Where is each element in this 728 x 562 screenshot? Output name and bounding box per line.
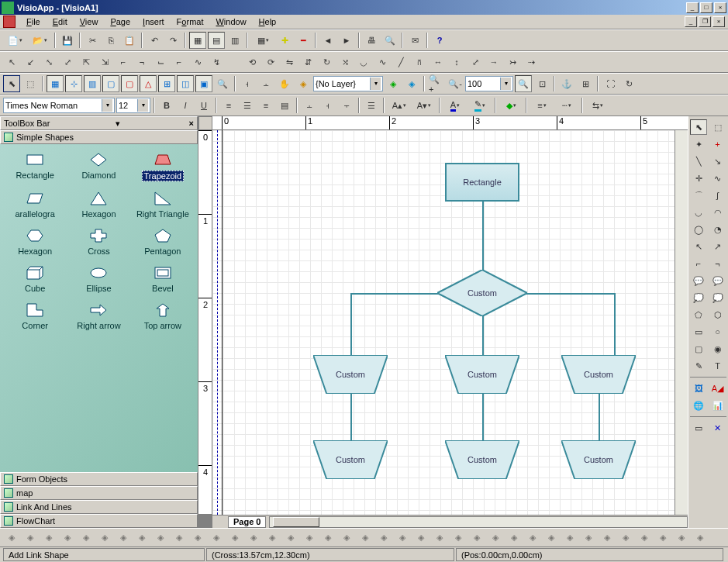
bottom-tool-12[interactable]: ◈ bbox=[226, 529, 243, 546]
category-map[interactable]: map bbox=[0, 486, 198, 500]
transform-button[interactable]: ⤭ bbox=[336, 53, 354, 71]
refresh-button[interactable]: ↻ bbox=[620, 75, 637, 92]
arc-button[interactable]: ◡ bbox=[355, 53, 372, 71]
menu-format[interactable]: Format bbox=[171, 16, 210, 28]
layer-combo[interactable]: ▾ bbox=[313, 76, 383, 91]
bottom-tool-36[interactable]: ◈ bbox=[673, 529, 690, 546]
bottom-tool-6[interactable]: ◈ bbox=[115, 529, 132, 546]
bottom-tool-9[interactable]: ◈ bbox=[171, 529, 188, 546]
bottom-tool-28[interactable]: ◈ bbox=[524, 529, 541, 546]
category-link-and-lines[interactable]: Link And Lines bbox=[0, 500, 198, 514]
link-tool-6[interactable]: ⇲ bbox=[96, 53, 113, 71]
bottom-tool-13[interactable]: ◈ bbox=[245, 529, 262, 546]
callout2-tool-icon[interactable]: 💬 bbox=[709, 273, 726, 288]
bottom-tool-23[interactable]: ◈ bbox=[431, 529, 448, 546]
polygon-tool-icon[interactable]: ⬠ bbox=[690, 307, 707, 322]
bottom-tool-32[interactable]: ◈ bbox=[599, 529, 616, 546]
delete-icon[interactable]: ✕ bbox=[709, 420, 726, 436]
remove-shape-button[interactable]: ━ bbox=[295, 32, 312, 49]
textblock-tool-icon[interactable]: A◢ bbox=[709, 381, 726, 396]
cut-button[interactable]: ✂ bbox=[84, 32, 101, 49]
bullets-button[interactable]: ☰ bbox=[363, 97, 380, 114]
fill-color-button[interactable]: ◆▾ bbox=[499, 97, 523, 114]
rotate-free-button[interactable]: ↻ bbox=[318, 53, 335, 71]
panel3-button[interactable]: ▥ bbox=[226, 32, 243, 49]
page-tab[interactable]: Page 0 bbox=[228, 516, 266, 528]
help-button[interactable]: ? bbox=[431, 32, 448, 49]
nav-prev-button[interactable]: ◄ bbox=[319, 32, 336, 49]
font-name-combo[interactable]: ▾ bbox=[3, 98, 115, 113]
scrollbar-horizontal[interactable] bbox=[269, 516, 688, 528]
zoom-to-button[interactable]: 🔍 bbox=[214, 75, 231, 92]
canvas-node-n7[interactable]: Custom bbox=[445, 440, 519, 479]
pointer-tool-button[interactable]: ⬉ bbox=[3, 75, 20, 92]
save-button[interactable]: 💾 bbox=[59, 32, 76, 49]
flip-v-button[interactable]: ⇵ bbox=[299, 53, 316, 71]
menu-view[interactable]: View bbox=[74, 16, 105, 28]
dim-h-button[interactable]: ↔ bbox=[430, 53, 447, 71]
bottom-tool-21[interactable]: ◈ bbox=[394, 529, 411, 546]
link-tool-11[interactable]: ∿ bbox=[189, 53, 206, 71]
bottom-tool-8[interactable]: ◈ bbox=[152, 529, 169, 546]
shape-para[interactable]: arallelogra bbox=[5, 188, 65, 222]
circle-tool-icon[interactable]: ○ bbox=[709, 324, 726, 340]
dim-v-button[interactable]: ↕ bbox=[448, 53, 465, 71]
bottom-tool-30[interactable]: ◈ bbox=[561, 529, 578, 546]
copy-button[interactable]: ⎘ bbox=[102, 32, 119, 49]
callout1-tool-icon[interactable]: 💬 bbox=[690, 273, 707, 288]
bottom-tool-31[interactable]: ◈ bbox=[580, 529, 597, 546]
guides-button[interactable]: ▥ bbox=[84, 75, 101, 92]
align-left-button[interactable]: ≡ bbox=[220, 97, 237, 114]
italic-button[interactable]: I bbox=[177, 97, 194, 114]
shape-rarrow[interactable]: Right arrow bbox=[68, 299, 129, 333]
cross-tool-icon[interactable]: ✛ bbox=[690, 171, 707, 186]
snap-button[interactable]: ⊹ bbox=[65, 75, 82, 92]
shape-corner[interactable]: Corner bbox=[5, 299, 65, 333]
plus-tool-icon[interactable]: + bbox=[709, 136, 726, 152]
font-increase-button[interactable]: A▴▾ bbox=[388, 97, 411, 114]
shape-rect[interactable]: Rectangle bbox=[5, 149, 65, 184]
maximize-button[interactable]: □ bbox=[700, 2, 712, 13]
anchor-button[interactable]: ⚓ bbox=[558, 75, 575, 92]
bottom-tool-0[interactable]: ◈ bbox=[3, 529, 20, 546]
flip-h-button[interactable]: ⇋ bbox=[281, 53, 298, 71]
dim-diag-button[interactable]: ⤢ bbox=[467, 53, 484, 71]
dynamic-grid-button[interactable]: ▢ bbox=[121, 75, 138, 92]
canvas-node-n6[interactable]: Custom bbox=[313, 440, 388, 479]
ellipse-tool-icon[interactable]: ◯ bbox=[690, 222, 707, 237]
select-tool-button[interactable]: ⬚ bbox=[22, 75, 39, 92]
pie-tool-icon[interactable]: ◔ bbox=[709, 222, 726, 237]
layer-icon[interactable]: ◈ bbox=[295, 75, 312, 92]
valign-bottom-button[interactable]: ⫟ bbox=[338, 97, 355, 114]
bottom-tool-18[interactable]: ◈ bbox=[338, 529, 355, 546]
line-pattern-button[interactable]: ┄▾ bbox=[555, 97, 578, 114]
shape-cube[interactable]: Cube bbox=[5, 262, 65, 296]
pencil-tool-icon[interactable]: ✎ bbox=[690, 358, 707, 374]
bottom-tool-25[interactable]: ◈ bbox=[468, 529, 485, 546]
rotate-right-button[interactable]: ⟳ bbox=[262, 53, 279, 71]
shape-pent[interactable]: Pentagon bbox=[133, 225, 193, 259]
bottom-tool-29[interactable]: ◈ bbox=[543, 529, 560, 546]
valign-middle-button[interactable]: ⫞ bbox=[319, 97, 336, 114]
minimize-button[interactable]: _ bbox=[686, 2, 699, 13]
rotate-left-button[interactable]: ⟲ bbox=[243, 53, 260, 71]
arc2-tool-icon[interactable]: ◡ bbox=[690, 205, 707, 220]
category-simple-shapes[interactable]: Simple Shapes bbox=[0, 130, 198, 144]
shape-ellipse[interactable]: Ellipse bbox=[68, 262, 129, 296]
conn2-tool-icon[interactable]: ↗ bbox=[709, 239, 726, 254]
panel2-button[interactable]: ▤ bbox=[208, 32, 225, 49]
bottom-tool-17[interactable]: ◈ bbox=[319, 529, 336, 546]
shape-tarrow[interactable]: Top arrow bbox=[133, 299, 193, 333]
shape-diamond[interactable]: Diamond bbox=[68, 149, 129, 184]
redo-button[interactable]: ↷ bbox=[164, 32, 181, 49]
bottom-tool-11[interactable]: ◈ bbox=[208, 529, 225, 546]
open-button[interactable]: 📂▾ bbox=[28, 32, 51, 49]
curve-button[interactable]: ∿ bbox=[374, 53, 391, 71]
link-tool-8[interactable]: ¬ bbox=[133, 53, 150, 71]
curve-tool-icon[interactable]: ∿ bbox=[709, 171, 726, 186]
underline-button[interactable]: U bbox=[195, 97, 212, 114]
roundrect-tool-icon[interactable]: ▢ bbox=[690, 341, 707, 357]
link-tool-4[interactable]: ⤢ bbox=[59, 53, 76, 71]
arrow-tool-2-button[interactable]: ↣ bbox=[504, 53, 521, 71]
bottom-tool-4[interactable]: ◈ bbox=[78, 529, 95, 546]
